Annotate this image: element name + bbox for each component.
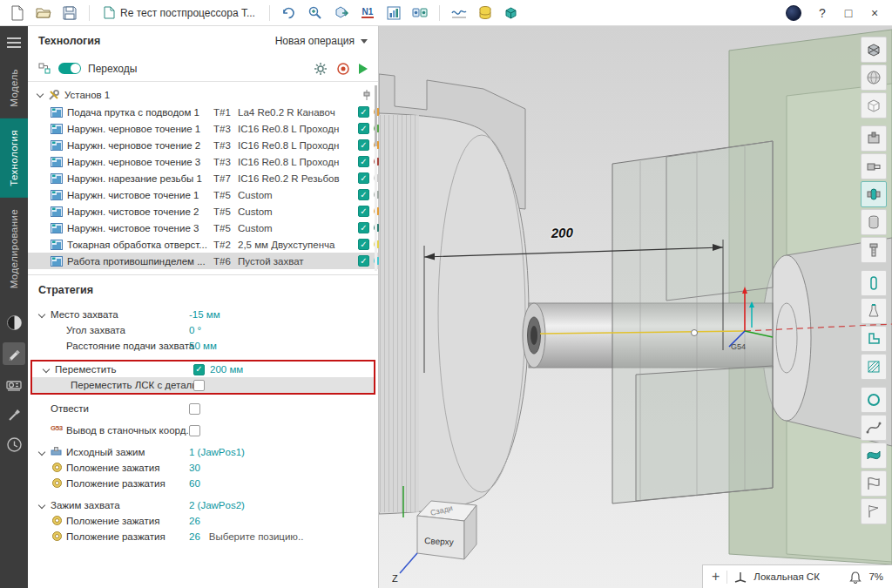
flask-part-button[interactable] [861,298,887,324]
close-button[interactable]: × [862,3,887,24]
operation-row[interactable]: Наружн. черновое точение 2T#3IC16 Re0.8 … [28,137,378,153]
document-tab[interactable]: Re тест постпроцессора Т... [97,3,262,24]
expand-chevron-icon[interactable] [43,367,50,374]
param-value[interactable]: -15 мм [189,309,220,320]
operation-row[interactable]: Работа противошпинделем ...T#6Пустой зах… [28,253,378,269]
operation-checkbox[interactable]: ✓ [358,206,369,217]
postprocess-button[interactable] [329,3,354,24]
operation-checkbox[interactable]: ✓ [358,156,369,167]
ring-button[interactable] [861,387,887,413]
bell-icon[interactable] [849,571,862,584]
gear-icon[interactable] [314,62,328,76]
operation-row[interactable]: Наружн. черновое точение 3T#3IC16 Re0.8 … [28,153,378,170]
menu-icon[interactable] [7,35,21,51]
operation-row[interactable]: Наружн. чистовое точение 1T#5Custom✓ [28,186,378,203]
param-row[interactable]: Переместить ЛСК с деталью [32,377,374,393]
operation-row[interactable]: Наружн. чистовое точение 3T#5Custom✓ [28,220,378,236]
tooling-button[interactable] [3,403,25,426]
param-row[interactable]: Положение разжатия26Выберите позицию.. [28,529,378,544]
save-button[interactable] [57,3,82,24]
sphere-view-button[interactable] [861,64,887,91]
operation-checkbox[interactable]: ✓ [358,222,369,233]
help-button[interactable]: ? [810,3,835,24]
user-avatar[interactable] [786,5,801,21]
statistics-button[interactable] [382,3,406,24]
flag-outline-2-button[interactable] [861,498,887,524]
history-button[interactable] [3,434,25,456]
solid-model-button[interactable] [499,3,524,24]
param-row[interactable]: Угол захвата0 ° [28,322,378,338]
operation-row[interactable]: Наружн. нарезание резьбы 1T#7IC16 Re0.2 … [28,170,378,186]
param-value[interactable]: 60 [189,478,200,489]
expand-chevron-icon[interactable] [38,503,45,510]
new-document-button[interactable] [5,3,30,24]
param-row[interactable]: Отвести [28,401,378,416]
snap-point[interactable] [692,330,698,336]
setup-node[interactable]: Установ 1 [28,86,378,104]
zoom-tool-button[interactable] [303,3,328,24]
transitions-toggle[interactable] [58,63,81,74]
rail-tab-inactive[interactable]: Моделирование [0,198,28,300]
operation-row[interactable]: Подача прутка с подводом 1T#1La4 Re0.2 R… [28,104,378,120]
chuck-view-button[interactable] [861,125,887,152]
param-row[interactable]: Положение зажатия26 [28,513,378,529]
param-value[interactable]: 26 [189,516,200,526]
viewport-3d[interactable]: 200 G54 Сзади Сверху Z [379,26,892,588]
param-row[interactable]: Расстояние подачи захвата50 мм [28,338,378,354]
zoom-level[interactable]: 7% [868,571,883,582]
param-checkbox[interactable] [189,403,200,415]
rail-tab-inactive[interactable]: Модель [0,57,28,118]
param-value[interactable]: 26 [189,531,200,542]
run-simulation-button[interactable] [359,64,368,74]
param-row[interactable]: G53Вывод в станочных коорд... [28,422,378,438]
hatch-region-button[interactable] [861,354,887,380]
pin-slider-icon[interactable] [362,89,372,103]
operation-checkbox[interactable]: ✓ [358,239,369,250]
operation-checkbox[interactable]: ✓ [358,106,369,118]
param-value[interactable]: 50 мм [189,341,217,351]
database-button[interactable] [473,3,497,24]
operation-row[interactable]: Токарная обработка отверст...T#22,5 мм Д… [28,236,378,253]
operation-checkbox[interactable]: ✓ [358,139,369,151]
param-checkbox[interactable]: ✓ [193,364,205,375]
operation-checkbox[interactable]: ✓ [358,189,369,200]
chuck-part-button[interactable] [861,153,887,179]
maximize-button[interactable]: □ [836,3,861,24]
param-value[interactable]: 30 [189,463,200,473]
param-row[interactable]: Исходный зажим1 (JawPos1) [28,444,378,460]
spline-button[interactable] [861,415,887,441]
expand-chevron-icon[interactable] [38,312,45,319]
open-button[interactable] [31,3,56,24]
new-operation-button[interactable]: Новая операция [275,35,368,47]
operation-checkbox[interactable]: ✓ [358,123,369,134]
param-row[interactable]: Положение зажатия30 [28,460,378,476]
surface-flag-button[interactable] [861,443,887,469]
operation-checkbox[interactable]: ✓ [358,172,369,184]
expand-chevron-icon[interactable] [38,449,45,456]
bracket-part-button[interactable] [861,326,887,352]
param-value[interactable]: 200 мм [210,364,243,375]
tube-part-button[interactable] [861,270,887,296]
measure-button[interactable] [447,3,471,24]
param-row[interactable]: Место захвата-15 мм [28,307,378,322]
param-value[interactable]: 2 (JawPos2) [189,500,245,510]
param-value[interactable]: 1 (JawPos1) [189,447,245,457]
wire-cube-button[interactable] [861,92,887,118]
param-value[interactable]: 0 ° [189,325,201,335]
cylinder-part-button[interactable] [861,209,887,235]
param-row[interactable]: Положение разжатия60 [28,476,378,491]
csys-selector[interactable]: Локальная СК [753,571,842,582]
record-machining-icon[interactable] [336,62,350,76]
param-row[interactable]: Переместить✓200 мм [32,362,374,377]
param-checkbox[interactable] [189,425,200,436]
rail-tab-active[interactable]: Технология [0,118,28,198]
add-csys-button[interactable]: + [712,570,720,584]
part-clamp-button[interactable] [861,181,887,207]
flag-outline-button[interactable] [861,470,887,497]
section-cube-button[interactable] [861,37,887,63]
expand-chevron[interactable] [37,91,44,98]
render-mode-button[interactable] [3,312,25,335]
param-row[interactable]: Зажим захвата2 (JawPos2) [28,497,378,513]
sketch-button[interactable] [3,342,25,365]
operation-checkbox[interactable]: ✓ [358,255,369,267]
